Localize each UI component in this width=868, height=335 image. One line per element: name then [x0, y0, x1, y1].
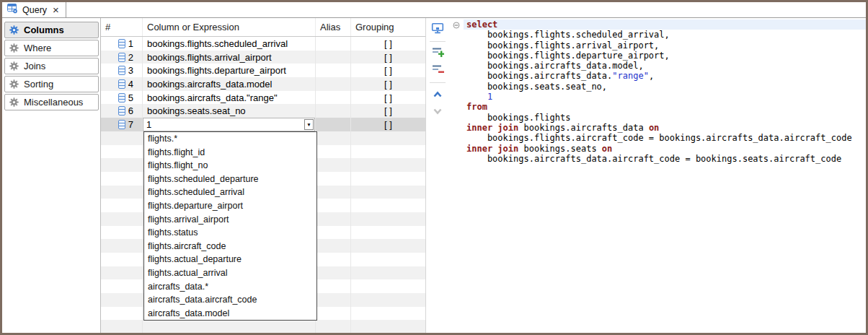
empty-cell [351, 226, 425, 240]
column-icon [118, 53, 125, 62]
combo-dropdown-button[interactable]: ▼ [304, 119, 314, 130]
expression-editor[interactable]: 1▼ [143, 118, 315, 131]
dropdown-item[interactable]: flights.* [144, 132, 316, 146]
query-builder-window: Query × ColumnsWhereJoinsSortingMiscella… [0, 0, 868, 335]
empty-cell [351, 186, 425, 199]
row-number: 2 [128, 52, 133, 63]
empty-cell [351, 253, 425, 266]
open-in-sql-editor-button[interactable] [428, 22, 447, 38]
alias-cell[interactable] [316, 51, 351, 64]
table-row[interactable]: 6bookings.seats.seat_no[ ] [101, 104, 425, 118]
expression-cell[interactable]: bookings.seats.seat_no [143, 104, 316, 118]
tab-query[interactable]: Query × [2, 2, 66, 17]
sidebar-item-label: Sorting [24, 79, 53, 90]
dropdown-item[interactable]: flights.status [144, 226, 316, 240]
expression-cell[interactable]: 1▼ [143, 118, 316, 131]
grouping-cell[interactable]: [ ] [351, 37, 425, 51]
column-icon [118, 93, 125, 103]
empty-cell [316, 253, 351, 266]
empty-cell [101, 226, 143, 240]
grouping-cell[interactable]: [ ] [351, 104, 425, 118]
row-number-cell: 5 [101, 91, 143, 105]
expression-text: bookings.aircrafts_data."range" [147, 92, 278, 103]
expression-cell[interactable]: bookings.aircrafts_data.model [143, 77, 316, 91]
grouping-cell[interactable]: [ ] [351, 64, 425, 77]
move-down-button[interactable] [428, 104, 447, 120]
grouping-cell[interactable]: [ ] [351, 118, 425, 131]
sidebar-item-columns[interactable]: Columns [4, 22, 99, 38]
dropdown-item[interactable]: flights.aircraft_code [144, 240, 316, 253]
table-row[interactable]: 1bookings.flights.scheduled_arrival[ ] [101, 37, 425, 51]
open-in-sql-editor-icon [431, 22, 444, 37]
sidebar-item-joins[interactable]: Joins [4, 58, 99, 74]
row-number: 7 [128, 119, 133, 130]
sidebar-item-label: Columns [24, 25, 64, 35]
dropdown-item[interactable]: flights.arrival_airport [144, 213, 316, 227]
row-number: 1 [128, 38, 133, 49]
fold-collapse-icon[interactable] [453, 21, 460, 31]
empty-cell [351, 320, 425, 333]
table-row[interactable]: 2bookings.flights.arrival_airport[ ] [101, 51, 425, 64]
toolbar-separator [430, 82, 446, 83]
dropdown-item[interactable]: flights.scheduled_arrival [144, 186, 316, 199]
dropdown-item[interactable]: flights.actual_departure [144, 253, 316, 266]
close-icon[interactable]: × [53, 4, 59, 15]
dropdown-item[interactable]: flights.actual_arrival [144, 266, 316, 280]
sql-line: bookings.flights.scheduled_arrival, [464, 30, 866, 40]
table-row[interactable]: 71▼[ ] [101, 118, 425, 131]
expression-cell[interactable]: bookings.flights.departure_airport [143, 64, 316, 77]
sidebar-item-sorting[interactable]: Sorting [4, 76, 99, 92]
dropdown-item[interactable]: aircrafts_data.* [144, 280, 316, 294]
empty-cell [316, 158, 351, 172]
alias-cell[interactable] [316, 37, 351, 51]
empty-cell [143, 320, 316, 333]
row-number-cell: 2 [101, 51, 143, 64]
empty-cell [316, 293, 351, 307]
dropdown-item[interactable]: flights.flight_no [144, 159, 316, 173]
sidebar-item-miscellaneous[interactable]: Miscellaneous [4, 94, 99, 110]
expression-text: bookings.flights.arrival_airport [147, 52, 272, 63]
sql-line: bookings.aircrafts_data."range", [464, 71, 866, 81]
empty-cell [316, 279, 351, 293]
sql-preview[interactable]: select bookings.flights.scheduled_arriva… [449, 18, 866, 333]
empty-cell [101, 307, 143, 321]
empty-row [101, 320, 425, 333]
toolbar-separator [430, 41, 446, 42]
dropdown-item[interactable]: aircrafts_data.aircraft_code [144, 293, 316, 307]
table-row[interactable]: 3bookings.flights.departure_airport[ ] [101, 64, 425, 77]
table-row[interactable]: 5bookings.aircrafts_data."range"[ ] [101, 91, 425, 105]
empty-cell [316, 307, 351, 321]
empty-cell [316, 320, 351, 333]
table-row[interactable]: 4bookings.aircrafts_data.model[ ] [101, 77, 425, 91]
sidebar-item-where[interactable]: Where [4, 40, 99, 56]
row-number-cell: 4 [101, 77, 143, 91]
alias-cell[interactable] [316, 118, 351, 131]
alias-cell[interactable] [316, 91, 351, 105]
expression-cell[interactable]: bookings.aircrafts_data."range" [143, 91, 316, 105]
expression-cell[interactable]: bookings.flights.scheduled_arrival [143, 37, 316, 51]
dropdown-item[interactable]: flights.scheduled_departure [144, 173, 316, 186]
sql-line: select [464, 19, 866, 30]
expression-cell[interactable]: bookings.flights.arrival_airport [143, 51, 316, 64]
add-expression-button[interactable] [428, 45, 447, 61]
grouping-cell[interactable]: [ ] [351, 77, 425, 91]
tab-label: Query [22, 5, 47, 15]
empty-cell [351, 307, 425, 321]
row-number-cell: 3 [101, 64, 143, 77]
dropdown-item[interactable]: flights.flight_id [144, 146, 316, 160]
alias-cell[interactable] [316, 64, 351, 77]
row-number: 4 [128, 79, 133, 90]
dropdown-item[interactable]: aircrafts_data.model [144, 307, 316, 321]
empty-cell [101, 186, 143, 199]
empty-cell [101, 158, 143, 172]
remove-expression-icon [432, 64, 444, 77]
gear-icon [9, 79, 19, 89]
grouping-cell[interactable]: [ ] [351, 51, 425, 64]
alias-cell[interactable] [316, 77, 351, 91]
alias-cell[interactable] [316, 104, 351, 118]
remove-expression-button[interactable] [428, 63, 447, 79]
grouping-cell[interactable]: [ ] [351, 91, 425, 105]
add-expression-icon [432, 46, 444, 61]
dropdown-item[interactable]: flights.departure_airport [144, 199, 316, 213]
move-up-button[interactable] [428, 87, 447, 103]
